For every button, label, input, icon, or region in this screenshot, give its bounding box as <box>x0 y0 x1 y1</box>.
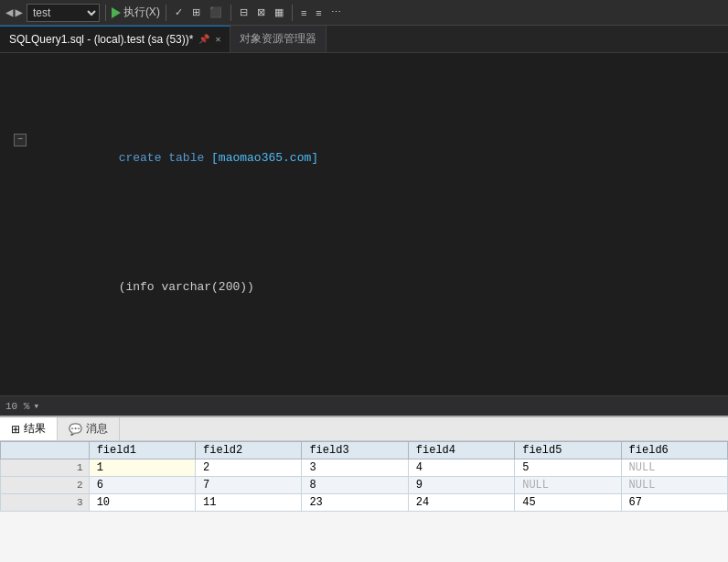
row-num-0: 1 <box>1 459 90 477</box>
results-table: field1 field2 field3 field4 field5 field… <box>0 441 728 512</box>
results-grid[interactable]: field1 field2 field3 field4 field5 field… <box>0 441 728 562</box>
tab-bar: SQLQuery1.sql - (local).test (sa (53))* … <box>0 26 728 53</box>
grid-button[interactable]: ⊞ <box>189 5 203 19</box>
editor-content[interactable]: − create table [maomao365.com] (info var… <box>0 53 728 395</box>
collapse-icon-1[interactable]: − <box>14 134 27 146</box>
run-label: 执行(X) <box>123 5 160 20</box>
sql-tab-label: SQLQuery1.sql - (local).test (sa (53))* <box>9 33 193 46</box>
more-button[interactable]: ⋯ <box>328 5 344 19</box>
table-name-1: [maomao365.com] <box>211 151 318 165</box>
query-button[interactable]: ⊠ <box>254 5 268 19</box>
table-row: 26789NULLNULL <box>1 477 728 494</box>
code-span-2: (info varchar(200)) <box>119 280 254 294</box>
sep2 <box>166 5 166 21</box>
code-line-3: go <box>7 389 721 395</box>
cell-r2-c5: 67 <box>621 494 727 512</box>
cell-r0-c3: 4 <box>408 459 514 477</box>
line-gutter-2 <box>7 260 33 261</box>
zoom-bar: 10 % ▾ <box>0 395 728 416</box>
row-num-1: 2 <box>1 477 90 494</box>
results-tab-label: 结果 <box>24 421 46 437</box>
th-field2: field2 <box>196 442 302 459</box>
results-tbody: 112345NULL26789NULLNULL3101123244567 <box>1 459 728 512</box>
cell-r2-c0: 10 <box>89 494 195 512</box>
row-num-2: 3 <box>1 494 90 512</box>
line-body-1: create table [maomao365.com] <box>33 131 721 186</box>
messages-tab-label: 消息 <box>86 421 108 437</box>
kw-create: create table <box>119 151 211 165</box>
line-gutter-3 <box>7 389 33 390</box>
editor-pane: − create table [maomao365.com] (info var… <box>0 53 728 562</box>
run-button[interactable]: 执行(X) <box>112 5 160 20</box>
table-header-row: field1 field2 field3 field4 field5 field… <box>1 442 728 459</box>
check-button[interactable]: ✓ <box>172 5 186 19</box>
results-tab-grid[interactable]: ⊞ 结果 <box>0 417 58 440</box>
code-line-2: (info varchar(200)) <box>7 260 721 315</box>
cell-r1-c0: 6 <box>89 477 195 494</box>
object-explorer-tab[interactable]: 对象资源管理器 <box>230 26 327 52</box>
zoom-dropdown-icon[interactable]: ▾ <box>33 400 39 412</box>
th-field4: field4 <box>408 442 514 459</box>
obj-tab-label: 对象资源管理器 <box>240 31 316 47</box>
run-icon <box>112 7 121 18</box>
line-body-3: go <box>33 389 721 395</box>
line-gutter-1: − <box>7 131 33 146</box>
cell-r0-c0: 1 <box>89 459 195 477</box>
cell-r1-c3: 9 <box>408 477 514 494</box>
stop-button[interactable]: ⬛ <box>207 5 225 19</box>
zoom-label: 10 % <box>5 401 29 412</box>
sql-query-tab[interactable]: SQLQuery1.sql - (local).test (sa (53))* … <box>0 26 230 52</box>
main-layout: − create table [maomao365.com] (info var… <box>0 53 728 562</box>
sql-tab-close[interactable]: ✕ <box>215 34 220 45</box>
cell-r1-c5: NULL <box>621 477 727 494</box>
back-icon[interactable]: ◀ <box>5 5 13 20</box>
line-body-2: (info varchar(200)) <box>33 260 721 315</box>
cell-r0-c5: NULL <box>621 459 727 477</box>
cell-r2-c4: 45 <box>515 494 621 512</box>
align-left-button[interactable]: ≡ <box>298 6 309 19</box>
code-area: − create table [maomao365.com] (info var… <box>0 57 728 395</box>
th-field6: field6 <box>621 442 727 459</box>
sep3 <box>230 5 231 21</box>
toolbar: ◀ ▶ testtest 执行(X) ✓ ⊞ ⬛ ⊟ ⊠ ▦ ≡ ≡ ⋯ <box>0 0 728 26</box>
results-tab-messages[interactable]: 💬 消息 <box>58 417 120 440</box>
results-pane: ⊞ 结果 💬 消息 field1 field2 field3 <box>0 416 728 562</box>
grid-icon: ⊞ <box>11 423 20 436</box>
cell-r1-c4: NULL <box>515 477 621 494</box>
stats-button[interactable]: ▦ <box>272 5 286 19</box>
pin-icon[interactable]: 📌 <box>198 34 209 45</box>
th-field3: field3 <box>302 442 408 459</box>
table-row: 3101123244567 <box>1 494 728 512</box>
code-line-1: − create table [maomao365.com] <box>7 131 721 186</box>
table-icon-button[interactable]: ⊟ <box>237 5 251 19</box>
cell-r2-c3: 24 <box>408 494 514 512</box>
cell-r0-c1: 2 <box>196 459 302 477</box>
message-icon: 💬 <box>69 423 82 436</box>
cell-r2-c1: 11 <box>196 494 302 512</box>
results-tabs: ⊞ 结果 💬 消息 <box>0 417 728 441</box>
th-field1: field1 <box>89 442 195 459</box>
cell-r0-c4: 5 <box>515 459 621 477</box>
sep4 <box>292 5 293 21</box>
align-right-button[interactable]: ≡ <box>313 6 324 19</box>
toolbar-left-icons: ◀ ▶ <box>5 5 23 20</box>
cell-r2-c2: 23 <box>302 494 408 512</box>
cell-r0-c2: 3 <box>302 459 408 477</box>
cell-r1-c1: 7 <box>196 477 302 494</box>
th-field5: field5 <box>515 442 621 459</box>
sep1 <box>105 5 106 21</box>
th-rownum <box>1 442 90 459</box>
table-row: 112345NULL <box>1 459 728 477</box>
db-selector[interactable]: testtest <box>27 4 100 22</box>
cell-r1-c2: 8 <box>302 477 408 494</box>
forward-icon[interactable]: ▶ <box>15 5 22 20</box>
